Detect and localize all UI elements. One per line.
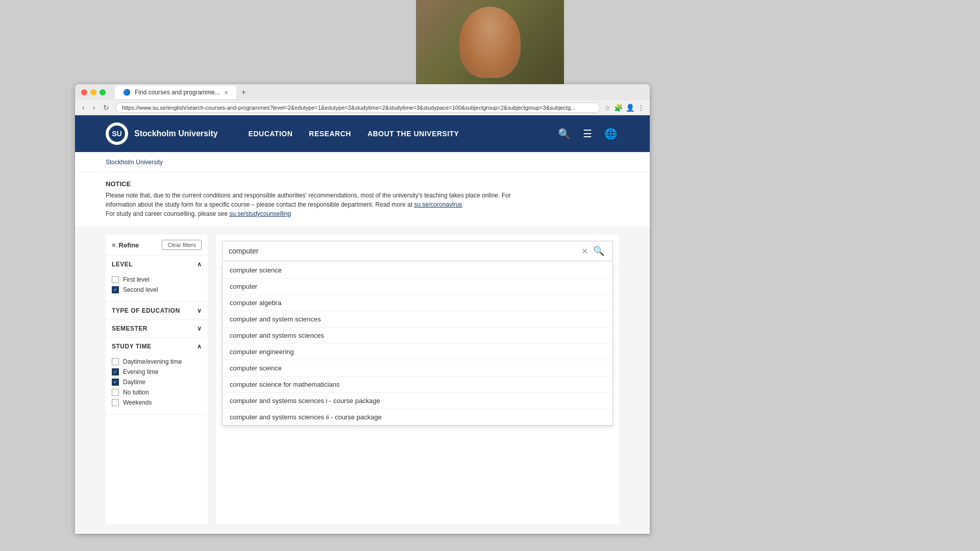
filter-section-type-of-education: TYPE OF EDUCATION ∨ — [106, 302, 208, 320]
filter-label-no-tuition: No tuition — [123, 389, 149, 396]
tab-close-button[interactable]: ✕ — [224, 90, 228, 95]
page-content: SU Stockholm University EDUCATION RESEAR… — [75, 115, 650, 534]
notice-line-2: information about the study form for a s… — [106, 201, 414, 208]
filter-chevron-level: ∧ — [197, 261, 202, 268]
more-options-icon[interactable]: ⋮ — [638, 104, 645, 112]
filter-section-level: LEVEL ∧ First level Second level — [106, 256, 208, 302]
refine-text: Refine — [119, 241, 139, 249]
search-clear-button[interactable]: ✕ — [578, 246, 591, 256]
bookmark-icon[interactable]: ☆ — [604, 104, 611, 112]
checkbox-second-level[interactable] — [112, 286, 119, 293]
autocomplete-item-3[interactable]: computer and system sciences — [223, 311, 612, 328]
clear-filters-button[interactable]: Clear filters — [162, 240, 202, 250]
site-header: SU Stockholm University EDUCATION RESEAR… — [75, 115, 650, 152]
filter-item-evening-time: Evening time — [112, 368, 202, 375]
toolbar-icons: ☆ 🧩 👤 ⋮ — [604, 104, 645, 112]
main-area: ≡ Refine Clear filters LEVEL ∧ First lev — [75, 227, 650, 533]
notice-link-counselling[interactable]: su.se/studycounselling — [229, 210, 291, 217]
browser-tab[interactable]: 🔵 Find courses and programme... ✕ — [115, 86, 236, 99]
autocomplete-item-9[interactable]: computer and systems sciences ii - cours… — [223, 409, 612, 425]
filter-item-no-tuition: No tuition — [112, 389, 202, 396]
filter-label-study-time: STUDY TIME — [112, 343, 151, 350]
autocomplete-item-1[interactable]: computer — [223, 279, 612, 295]
filter-label-second-level: Second level — [123, 286, 158, 293]
checkbox-first-level[interactable] — [112, 276, 119, 283]
header-language-button[interactable]: 🌐 — [602, 126, 619, 142]
refresh-button[interactable]: ↻ — [101, 103, 111, 113]
browser-window: 🔵 Find courses and programme... ✕ + ‹ › … — [75, 84, 650, 534]
filter-header-type-of-education[interactable]: TYPE OF EDUCATION ∨ — [106, 302, 208, 319]
nav-about-university[interactable]: ABOUT THE UNIVERSITY — [368, 117, 459, 150]
notice-line-3: For study and career counselling, please… — [106, 210, 229, 217]
header-menu-button[interactable]: ☰ — [581, 126, 594, 142]
autocomplete-item-7[interactable]: computer science for mathematicians — [223, 377, 612, 393]
search-box-container: ✕ 🔍 computer science computer computer a… — [216, 235, 619, 268]
site-nav: EDUCATION RESEARCH ABOUT THE UNIVERSITY — [249, 117, 535, 150]
extensions-icon[interactable]: 🧩 — [614, 104, 623, 112]
checkbox-no-tuition[interactable] — [112, 389, 119, 396]
autocomplete-item-8[interactable]: computer and systems sciences i - course… — [223, 393, 612, 409]
filter-item-second-level: Second level — [112, 286, 202, 293]
nav-research[interactable]: RESEARCH — [309, 117, 351, 150]
logo-text: Stockholm University — [134, 129, 218, 138]
filter-label-evening-time: Evening time — [123, 368, 158, 375]
notice-link-coronavirus[interactable]: su.se/coronavirus — [414, 201, 462, 208]
header-search-button[interactable]: 🔍 — [556, 126, 573, 142]
logo-icon: SU — [106, 122, 128, 145]
refine-bar: ≡ Refine Clear filters — [106, 235, 208, 256]
filter-header-study-time[interactable]: STUDY TIME ∧ — [106, 338, 208, 355]
site-logo[interactable]: SU Stockholm University — [106, 122, 218, 145]
autocomplete-item-6[interactable]: computer sceince — [223, 360, 612, 377]
checkbox-daytime[interactable] — [112, 379, 119, 386]
filter-section-study-time: STUDY TIME ∧ Daytime/evening time Evenin… — [106, 338, 208, 415]
window-minimize-dot[interactable] — [90, 89, 96, 95]
search-submit-button[interactable]: 🔍 — [591, 245, 606, 257]
address-bar[interactable] — [115, 103, 600, 113]
window-maximize-dot[interactable] — [100, 89, 106, 95]
autocomplete-item-4[interactable]: computer and systems sciences — [223, 328, 612, 344]
notice-line-1: Please note that, due to the current con… — [106, 192, 511, 199]
search-input[interactable] — [229, 247, 578, 255]
window-close-dot[interactable] — [81, 89, 87, 95]
filter-label-type-of-education: TYPE OF EDUCATION — [112, 307, 180, 314]
sidebar-filters: ≡ Refine Clear filters LEVEL ∧ First lev — [106, 235, 208, 524]
nav-education[interactable]: EDUCATION — [249, 117, 293, 150]
filter-chevron-semester: ∨ — [197, 325, 202, 332]
breadcrumb: Stockholm University — [75, 152, 650, 172]
checkbox-daytime-evening[interactable] — [112, 358, 119, 365]
filter-label-first-level: First level — [123, 276, 149, 283]
refine-icon: ≡ — [112, 241, 116, 249]
filter-header-level[interactable]: LEVEL ∧ — [106, 256, 208, 273]
back-button[interactable]: ‹ — [80, 103, 87, 113]
profile-icon[interactable]: 👤 — [626, 104, 634, 112]
filter-chevron-type-of-education: ∨ — [197, 307, 202, 314]
notice-title: NOTICE — [106, 180, 619, 188]
autocomplete-item-5[interactable]: computer engineering — [223, 344, 612, 360]
filter-item-daytime-evening: Daytime/evening time — [112, 358, 202, 365]
checkbox-evening-time[interactable] — [112, 368, 119, 375]
forward-button[interactable]: › — [91, 103, 97, 113]
filter-chevron-study-time: ∧ — [197, 343, 202, 350]
search-results-area: ✕ 🔍 computer science computer computer a… — [216, 235, 619, 524]
browser-titlebar: 🔵 Find courses and programme... ✕ + — [75, 84, 650, 101]
video-person — [459, 7, 521, 78]
search-input-row: ✕ 🔍 — [222, 241, 613, 261]
filter-section-semester: SEMESTER ∨ — [106, 320, 208, 338]
autocomplete-item-2[interactable]: computer algebra — [223, 295, 612, 311]
filter-item-daytime: Daytime — [112, 379, 202, 386]
video-inner — [416, 0, 564, 84]
filter-content-study-time: Daytime/evening time Evening time Daytim… — [106, 355, 208, 414]
browser-toolbar: ‹ › ↻ ☆ 🧩 👤 ⋮ — [75, 101, 650, 115]
notice-section: NOTICE Please note that, due to the curr… — [75, 172, 650, 227]
filter-label-level: LEVEL — [112, 261, 133, 268]
checkbox-weekends[interactable] — [112, 399, 119, 406]
autocomplete-item-0[interactable]: computer science — [223, 262, 612, 279]
new-tab-button[interactable]: + — [241, 88, 246, 97]
filter-item-weekends: Weekends — [112, 399, 202, 406]
filter-header-semester[interactable]: SEMESTER ∨ — [106, 320, 208, 337]
filter-label-daytime-evening: Daytime/evening time — [123, 358, 182, 365]
autocomplete-dropdown: computer science computer computer algeb… — [222, 262, 613, 425]
breadcrumb-text[interactable]: Stockholm University — [106, 159, 163, 166]
filter-label-daytime: Daytime — [123, 379, 145, 386]
svg-text:SU: SU — [112, 130, 121, 138]
